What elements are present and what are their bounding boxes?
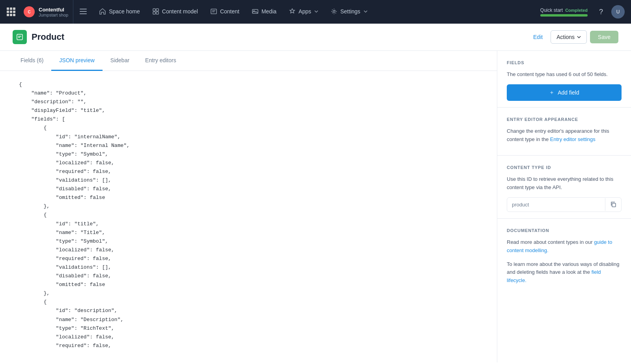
main-layout: Fields (6) JSON preview Sidebar Entry ed…	[0, 51, 631, 362]
svg-rect-0	[80, 9, 87, 9]
content-type-id-field	[507, 197, 622, 212]
save-button[interactable]: Save	[590, 31, 618, 43]
sidebar-fields-section: FIELDS The content type has used 6 out o…	[497, 51, 631, 108]
svg-rect-16	[612, 203, 616, 207]
apps-grid-button[interactable]	[3, 4, 19, 20]
brand: C Contentful Jumpstart shop	[19, 0, 73, 24]
documentation-title: DOCUMENTATION	[507, 228, 622, 233]
quick-start-status: Completed	[565, 8, 588, 13]
entry-editor-description: Change the entry editor's appearance for…	[507, 127, 622, 144]
add-field-icon: ＋	[549, 89, 554, 96]
svg-rect-1	[80, 11, 87, 12]
nav-space-home-label: Space home	[109, 8, 140, 15]
nav-settings[interactable]: Settings	[325, 0, 374, 24]
svg-rect-7	[211, 9, 217, 14]
content-area: Fields (6) JSON preview Sidebar Entry ed…	[0, 51, 497, 362]
actions-button[interactable]: Actions	[551, 30, 587, 44]
tab-sidebar[interactable]: Sidebar	[103, 51, 137, 71]
content-type-id-description: Use this ID to retrieve everything relat…	[507, 175, 622, 192]
documentation-text2: To learn more about the various ways of …	[507, 260, 622, 285]
svg-rect-2	[80, 13, 87, 14]
fields-count-text: The content type has used 6 out of 50 fi…	[507, 71, 622, 79]
nav-media[interactable]: Media	[246, 0, 283, 24]
brand-text: Contentful Jumpstart shop	[39, 7, 68, 17]
tab-bar: Fields (6) JSON preview Sidebar Entry ed…	[0, 51, 497, 71]
topnav: C Contentful Jumpstart shop Space home C…	[0, 0, 631, 24]
svg-rect-5	[153, 12, 155, 14]
apps-grid-icon	[7, 7, 15, 16]
help-button[interactable]: ?	[594, 5, 608, 19]
nav-apps[interactable]: Apps	[283, 0, 325, 24]
content-type-id-input[interactable]	[507, 198, 605, 212]
page-toolbar: Product Edit Actions Save	[0, 24, 631, 51]
tab-json-preview[interactable]: JSON preview	[51, 51, 102, 71]
svg-rect-6	[156, 12, 159, 14]
toolbar-actions: Edit Actions Save	[528, 30, 618, 44]
quick-start: Quick start Completed	[540, 7, 588, 17]
quick-start-progress-fill	[540, 14, 588, 17]
nav-content[interactable]: Content	[204, 0, 246, 24]
nav-settings-label: Settings	[340, 8, 360, 15]
entry-editor-section-title: ENTRY EDITOR APPEARANCE	[507, 117, 622, 122]
brand-name: Contentful	[39, 7, 68, 13]
sidebar-entry-editor-section: ENTRY EDITOR APPEARANCE Change the entry…	[497, 108, 631, 156]
svg-rect-13	[17, 34, 22, 40]
sidebar-documentation-section: DOCUMENTATION Read more about content ty…	[497, 219, 631, 297]
sidebar-content-type-id-section: CONTENT TYPE ID Use this ID to retrieve …	[497, 156, 631, 219]
user-avatar[interactable]: U	[611, 5, 625, 19]
entry-editor-settings-link[interactable]: Entry editor settings	[550, 136, 596, 142]
nav-right: Quick start Completed ? U	[537, 5, 628, 19]
content-type-icon	[13, 30, 27, 44]
quick-start-progress-bar	[540, 14, 588, 17]
copy-id-button[interactable]	[605, 198, 621, 211]
nav-menu-toggle[interactable]	[73, 0, 93, 24]
tab-fields[interactable]: Fields (6)	[13, 51, 51, 71]
documentation-text1: Read more about content types in our gui…	[507, 238, 622, 255]
nav-space-home[interactable]: Space home	[93, 0, 146, 24]
svg-rect-4	[156, 9, 159, 11]
sidebar-panel: FIELDS The content type has used 6 out o…	[497, 51, 631, 362]
doc-text2-prefix: To learn more about the various ways of …	[507, 261, 619, 275]
doc-text1-prefix: Read more about content types in our	[507, 239, 594, 245]
page-title: Product	[32, 32, 524, 42]
brand-sub: Jumpstart shop	[39, 13, 68, 17]
nav-media-label: Media	[261, 8, 276, 15]
content-type-id-title: CONTENT TYPE ID	[507, 165, 622, 170]
add-field-label: Add field	[558, 89, 579, 96]
tab-entry-editors[interactable]: Entry editors	[137, 51, 184, 71]
quick-start-label: Quick start	[540, 7, 563, 13]
nav-content-label: Content	[220, 8, 239, 15]
nav-content-model[interactable]: Content model	[146, 0, 204, 24]
svg-rect-3	[153, 9, 155, 11]
fields-section-title: FIELDS	[507, 60, 622, 65]
nav-apps-label: Apps	[299, 8, 311, 15]
json-preview-content: { "name": "Product", "description": "", …	[0, 71, 497, 360]
actions-label: Actions	[556, 34, 575, 40]
add-field-button[interactable]: ＋ Add field	[507, 84, 622, 101]
svg-point-12	[333, 10, 335, 12]
edit-button[interactable]: Edit	[528, 31, 547, 43]
brand-logo: C	[24, 6, 35, 17]
nav-content-model-label: Content model	[162, 8, 198, 15]
